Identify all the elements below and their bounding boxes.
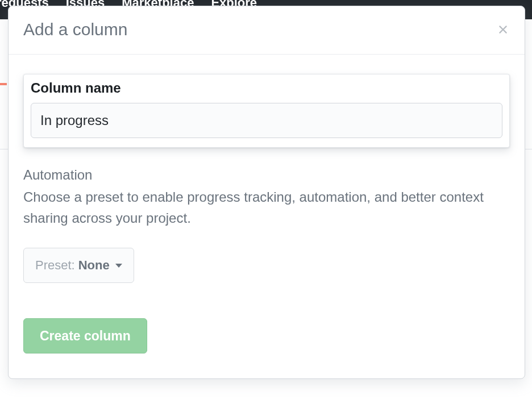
preset-label: Preset:: [35, 258, 75, 273]
add-column-modal: Add a column Column name Automation Choo…: [8, 6, 525, 379]
preset-value: None: [78, 258, 110, 273]
automation-heading: Automation: [23, 167, 510, 183]
column-name-label: Column name: [31, 80, 502, 96]
chevron-down-icon: [115, 264, 122, 268]
modal-header: Add a column: [9, 6, 525, 55]
close-icon: [496, 23, 510, 36]
create-column-button[interactable]: Create column: [23, 318, 147, 353]
background-tab-indicator: [0, 83, 7, 85]
close-button[interactable]: [496, 23, 510, 36]
modal-title: Add a column: [23, 20, 127, 39]
column-name-card: Column name: [23, 74, 510, 148]
column-name-input[interactable]: [31, 103, 502, 138]
modal-body: Column name Automation Choose a preset t…: [9, 74, 525, 378]
automation-description: Choose a preset to enable progress track…: [23, 186, 510, 228]
preset-dropdown-button[interactable]: Preset: None: [23, 248, 134, 283]
